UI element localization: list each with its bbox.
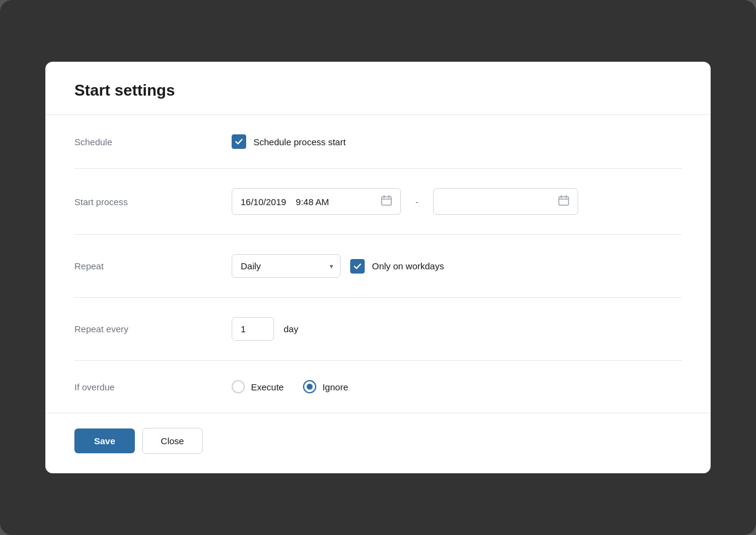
radio-execute-option[interactable]: Execute	[232, 380, 284, 393]
if-overdue-control: Execute Ignore	[232, 380, 682, 393]
svg-rect-0	[382, 197, 391, 205]
schedule-control: Schedule process start	[232, 134, 682, 149]
calendar-icon-end	[558, 195, 569, 208]
start-date-value: 16/10/2019	[241, 197, 286, 207]
repeat-every-label: Repeat every	[74, 324, 232, 334]
checkmark-icon	[235, 137, 243, 146]
start-process-control: 16/10/2019 9:48 AM -	[232, 188, 682, 215]
dialog-header: Start settings	[45, 62, 711, 115]
radio-ignore-inner	[307, 384, 313, 390]
repeat-every-row: Repeat every day	[74, 298, 682, 361]
schedule-checkbox-container[interactable]: Schedule process start	[232, 134, 346, 149]
radio-execute-circle[interactable]	[232, 380, 245, 393]
date-separator: -	[415, 197, 419, 207]
workdays-checkbox-container[interactable]: Only on workdays	[350, 259, 444, 274]
schedule-label: Schedule	[74, 137, 232, 147]
schedule-checkbox[interactable]	[232, 134, 246, 149]
workdays-checkbox-label: Only on workdays	[372, 261, 444, 271]
radio-ignore-label: Ignore	[322, 382, 348, 392]
repeat-label: Repeat	[74, 261, 232, 271]
radio-ignore-option[interactable]: Ignore	[303, 380, 348, 393]
workdays-checkmark-icon	[353, 262, 362, 271]
close-button[interactable]: Close	[142, 428, 203, 454]
svg-rect-1	[559, 197, 569, 205]
radio-ignore-circle[interactable]	[303, 380, 316, 393]
dialog-title: Start settings	[74, 81, 682, 100]
if-overdue-label: If overdue	[74, 382, 232, 392]
calendar-icon-start	[381, 195, 392, 208]
repeat-every-unit: day	[284, 324, 298, 334]
repeat-every-control: day	[232, 317, 682, 341]
repeat-control: Daily Weekly Monthly ▾ Only on workdays	[232, 254, 682, 278]
repeat-select[interactable]: Daily Weekly Monthly	[232, 254, 341, 278]
if-overdue-row: If overdue Execute Ignore	[74, 361, 682, 413]
start-time-value: 9:48 AM	[296, 197, 329, 207]
radio-execute-label: Execute	[251, 382, 284, 392]
dialog-footer: Save Close	[45, 413, 711, 473]
schedule-checkbox-label: Schedule process start	[253, 137, 346, 147]
end-date-input[interactable]	[433, 188, 578, 215]
repeat-row: Repeat Daily Weekly Monthly ▾	[74, 235, 682, 298]
save-button[interactable]: Save	[74, 428, 135, 453]
dialog-container: Start settings Schedule Schedule process…	[45, 62, 711, 473]
repeat-select-wrapper: Daily Weekly Monthly ▾	[232, 254, 341, 278]
start-date-input[interactable]: 16/10/2019 9:48 AM	[232, 188, 401, 215]
workdays-checkbox[interactable]	[350, 259, 365, 274]
dialog-body: Schedule Schedule process start Start pr…	[45, 115, 711, 413]
start-process-label: Start process	[74, 197, 232, 207]
start-process-row: Start process 16/10/2019 9:48 AM	[74, 169, 682, 235]
repeat-every-input[interactable]	[232, 317, 274, 341]
page-background: Start settings Schedule Schedule process…	[0, 0, 756, 535]
radio-group: Execute Ignore	[232, 380, 348, 393]
schedule-row: Schedule Schedule process start	[74, 115, 682, 169]
